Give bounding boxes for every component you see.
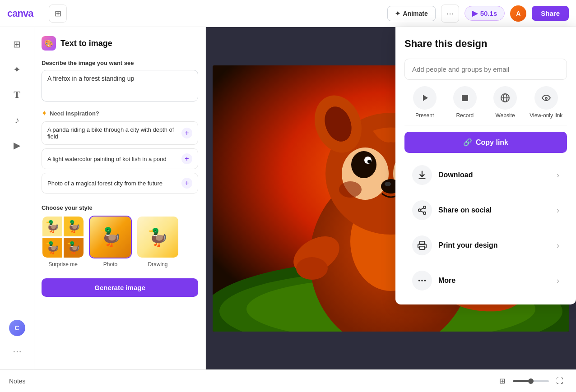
share-dropdown-title: Share this design [404,38,567,50]
download-svg-icon [417,170,427,180]
sidebar-item-design[interactable]: ⊞ [5,32,30,56]
sidebar-item-video[interactable]: ▶ [5,134,30,157]
style-section-label: Choose your style [42,204,198,211]
print-icon-wrap [412,235,432,255]
music-icon: ♪ [15,115,19,125]
sidebar-more-button[interactable]: ⋯ [5,342,30,360]
duck-cell-2: 🦆 [64,217,84,236]
inspiration-item-3[interactable]: Photo of a magical forest city from the … [42,173,198,194]
video-icon: ▶ [14,140,20,151]
style-label-surprise: Surprise me [48,261,78,267]
generate-image-button[interactable]: Generate image [42,278,198,297]
print-chevron-icon: › [557,241,559,250]
svg-point-41 [421,280,423,281]
play-icon: ▶ [472,9,478,18]
share-icon-present[interactable]: Present [409,86,441,119]
website-icon-circle [493,86,517,110]
view-only-icon-circle [534,86,558,110]
style-item-photo[interactable]: 🦆 Photo [89,216,132,267]
panel-title: Text to image [60,39,112,48]
bottom-icons: ⊞ ⛶ [495,374,567,388]
share-icon-record[interactable]: Record [449,86,481,119]
duck-cell-1: 🦆 [42,217,62,236]
more-icon-wrap [412,271,432,291]
main-area: ⊞ ✦ T ♪ ▶ C ⋯ 🎨 Text to image Describe t… [0,27,576,369]
share-email-input[interactable] [404,59,567,80]
copy-link-label: Copy link [476,138,508,147]
share-dropdown: Share this design Present Record [395,27,576,304]
icon-sidebar: ⊞ ✦ T ♪ ▶ C ⋯ [0,27,34,369]
sidebar-user-avatar[interactable]: C [9,320,25,336]
toolbar-grid-button[interactable]: ⊞ [49,5,67,23]
social-icon-wrap [412,200,432,220]
svg-point-7 [296,257,328,280]
svg-point-39 [424,244,425,245]
notes-label[interactable]: Notes [9,378,26,385]
share-option-more-left: More [412,271,455,291]
panel: 🎨 Text to image Describe the image you w… [34,27,206,369]
svg-point-33 [418,209,421,212]
describe-textarea[interactable]: A firefox in a forest standing up [42,70,198,101]
panel-header: 🎨 Text to image [42,36,198,51]
copy-link-button[interactable]: 🔗 Copy link [404,132,567,153]
fullscreen-button[interactable]: ⛶ [553,374,567,388]
timer-value: 50.1s [480,9,497,17]
share-icons-row: Present Record Website [404,86,567,125]
inspiration-text-3: Photo of a magical forest city from the … [47,180,163,187]
sidebar-item-elements[interactable]: ✦ [5,58,30,81]
svg-point-24 [385,182,391,186]
inspiration-item-1[interactable]: A panda riding a bike through a city wit… [42,121,198,145]
inspiration-item-2[interactable]: A light watercolor painting of koi fish … [42,148,198,169]
zoom-slider[interactable] [513,380,549,382]
style-item-surprise[interactable]: 🦆 🦆 🦆 🦆 Surprise me [42,216,84,267]
present-svg-icon [419,92,430,103]
print-label: Print your design [438,241,498,249]
view-only-svg-icon [541,92,552,103]
sidebar-item-music[interactable]: ♪ [5,108,30,132]
share-option-social[interactable]: Share on social › [404,194,567,227]
animate-button[interactable]: ✦ Animate [387,6,436,21]
timer-button[interactable]: ▶ 50.1s [465,6,505,21]
svg-point-21 [367,160,371,163]
animate-icon: ✦ [395,10,400,17]
share-option-more[interactable]: More › [404,264,567,297]
svg-point-40 [418,280,420,281]
svg-rect-38 [420,246,425,249]
elements-icon: ✦ [13,64,21,75]
share-button[interactable]: Share [532,6,569,21]
share-option-print[interactable]: Print your design › [404,229,567,262]
toolbar-action-button[interactable]: ⋯ [441,5,459,23]
copy-link-icon: 🔗 [463,138,472,147]
inspiration-label: Need inspiration? [50,110,99,117]
describe-label: Describe the image you want see [42,60,198,66]
sidebar-item-text[interactable]: T [5,83,30,106]
style-thumb-drawing: 🦆 [136,216,179,258]
website-label: Website [495,112,515,119]
social-svg-icon [417,205,427,215]
inspiration-text-2: A light watercolor painting of koi fish … [47,156,167,162]
logo[interactable]: canva [7,6,43,21]
grid-view-button[interactable]: ⊞ [495,374,509,388]
zoom-control [513,380,549,382]
record-label: Record [456,112,474,119]
user-avatar[interactable]: A [510,5,526,22]
share-option-social-left: Share on social [412,200,492,220]
share-icon-view-only[interactable]: View-only link [530,86,562,119]
record-icon-circle [453,86,477,110]
style-item-drawing[interactable]: 🦆 Drawing [136,216,179,267]
spark-icon: ✦ [42,110,47,117]
svg-line-36 [421,208,423,210]
share-option-download[interactable]: Download › [404,158,567,192]
more-svg-icon [417,276,427,286]
share-icon-website[interactable]: Website [489,86,521,119]
download-icon-wrap [412,165,432,185]
more-chevron-icon: › [557,276,559,286]
logo-text: canva [7,8,33,19]
topbar: canva ⊞ ✦ Animate ⋯ ▶ 50.1s A Share [0,0,576,27]
svg-point-34 [423,212,426,215]
download-label: Download [438,171,473,179]
record-svg-icon [460,92,470,103]
style-thumb-surprise: 🦆 🦆 🦆 🦆 [42,216,84,258]
website-svg-icon [500,92,511,103]
design-icon: ⊞ [13,39,21,50]
